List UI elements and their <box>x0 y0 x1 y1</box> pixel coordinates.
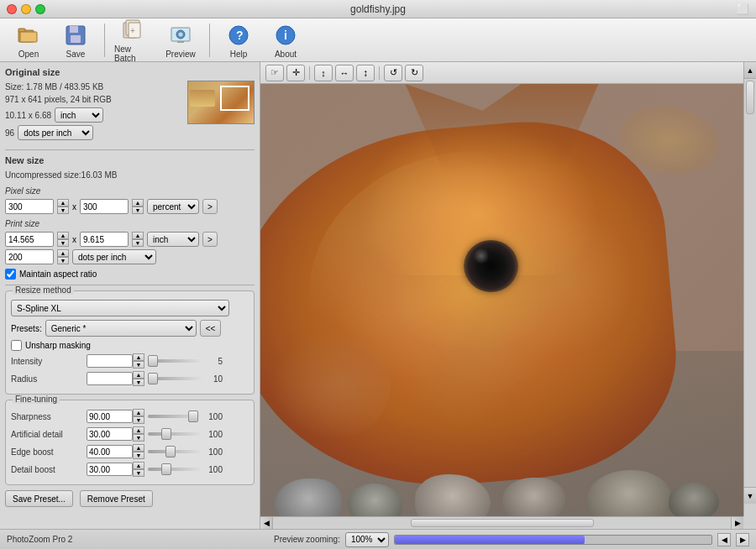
pixel-size-go-button[interactable]: > <box>202 199 218 214</box>
undo-button[interactable]: ↺ <box>384 65 402 81</box>
zoom-select[interactable]: 100% 50% 200% <box>345 532 389 547</box>
intensity-up[interactable]: ▲ <box>133 353 144 361</box>
edge-boost-stepper[interactable]: ▲ ▼ <box>133 444 144 459</box>
scroll-thumb-h[interactable] <box>411 519 594 527</box>
help-button[interactable]: ? Help <box>217 19 260 61</box>
save-preset-button[interactable]: Save Preset... <box>5 490 73 507</box>
intensity-down[interactable]: ▼ <box>133 361 144 369</box>
detail-boost-down[interactable]: ▼ <box>133 469 144 477</box>
artificial-detail-input[interactable]: 30.00 <box>87 427 133 441</box>
sharpness-down[interactable]: ▼ <box>133 416 144 424</box>
detail-boost-stepper[interactable]: ▲ ▼ <box>133 462 144 477</box>
print-width-input[interactable]: 14.565 <box>5 232 54 247</box>
intensity-slider[interactable] <box>148 359 202 363</box>
toolbar-separator-1 <box>104 24 105 57</box>
vertical-scrollbar[interactable]: ▲ ▼ <box>743 62 756 516</box>
artificial-detail-stepper[interactable]: ▲ ▼ <box>133 426 144 442</box>
artificial-detail-down[interactable]: ▼ <box>133 434 144 442</box>
presets-expand-button[interactable]: << <box>200 320 222 337</box>
artificial-detail-up[interactable]: ▲ <box>133 426 144 434</box>
preview-button[interactable]: Preview <box>159 19 202 61</box>
maintain-aspect-checkbox[interactable] <box>5 269 16 280</box>
scroll-right-button[interactable]: ▶ <box>731 517 743 529</box>
pixel-height-input[interactable]: 300 <box>80 199 129 214</box>
dpi-down[interactable]: ▼ <box>57 257 69 264</box>
rotate-ccw-button[interactable]: ↕ <box>314 65 333 81</box>
select-tool-button[interactable]: ☞ <box>265 65 284 81</box>
radius-up[interactable]: ▲ <box>133 371 144 379</box>
maximize-button[interactable] <box>35 4 45 14</box>
crosshair-tool-button[interactable]: ✛ <box>286 65 305 81</box>
sharpness-input[interactable]: 90.00 <box>87 410 133 423</box>
artificial-detail-slider[interactable] <box>148 432 202 436</box>
close-button[interactable] <box>7 4 17 14</box>
preview-icon <box>167 22 194 49</box>
dpi-stepper[interactable]: ▲ ▼ <box>57 249 69 264</box>
sharpness-stepper[interactable]: ▲ ▼ <box>133 409 144 424</box>
nav-next-button[interactable]: ▶ <box>736 533 749 546</box>
pixel-height-down[interactable]: ▼ <box>132 207 144 214</box>
detail-boost-input[interactable]: 30.00 <box>87 463 133 476</box>
unit-select-original[interactable]: inch cm mm <box>55 107 103 123</box>
scroll-down-button[interactable]: ▼ <box>744 487 756 504</box>
window-controls[interactable] <box>7 4 45 14</box>
print-size-go-button[interactable]: > <box>202 232 218 247</box>
pixel-unit-select[interactable]: percent pixels <box>147 199 199 214</box>
intensity-stepper[interactable]: ▲ ▼ <box>133 353 144 369</box>
print-height-down[interactable]: ▼ <box>132 239 144 247</box>
radius-down[interactable]: ▼ <box>133 379 144 386</box>
pixel-width-stepper[interactable]: ▲ ▼ <box>57 199 69 214</box>
sharpness-slider[interactable] <box>148 415 202 418</box>
dpi-input[interactable]: 200 <box>5 249 54 264</box>
app-name: PhotoZoom Pro 2 <box>7 535 267 544</box>
save-button[interactable]: Save <box>54 19 97 61</box>
unsharp-masking-checkbox[interactable] <box>11 340 22 351</box>
new-batch-button[interactable]: + New Batch <box>112 14 155 65</box>
detail-boost-up[interactable]: ▲ <box>133 462 144 469</box>
scroll-left-button[interactable]: ◀ <box>260 517 273 529</box>
dpi-unit-select-new[interactable]: dots per inch dots per cm <box>72 249 156 264</box>
pixel-height-stepper[interactable]: ▲ ▼ <box>132 199 144 214</box>
presets-select[interactable]: Generic * Photo Illustration <box>45 320 197 337</box>
scroll-thumb-v[interactable] <box>746 81 754 114</box>
dpi-unit-select[interactable]: dots per inch <box>18 125 93 140</box>
status-bar: PhotoZoom Pro 2 Preview zooming: 100% 50… <box>0 529 756 549</box>
radius-input[interactable] <box>87 372 133 385</box>
print-unit-select[interactable]: inch cm mm <box>147 232 199 247</box>
fish-display <box>260 84 743 529</box>
radius-label: Radius <box>11 374 87 384</box>
radius-stepper[interactable]: ▲ ▼ <box>133 371 144 386</box>
dpi-up[interactable]: ▲ <box>57 249 69 257</box>
print-width-stepper[interactable]: ▲ ▼ <box>57 232 69 247</box>
minimize-button[interactable] <box>21 4 31 14</box>
redo-button[interactable]: ↻ <box>405 65 423 81</box>
radius-slider[interactable] <box>148 377 202 380</box>
flip-v-button[interactable]: ↕ <box>356 65 375 81</box>
x-separator: x <box>72 202 76 212</box>
remove-preset-button[interactable]: Remove Preset <box>80 490 153 507</box>
pixel-height-up[interactable]: ▲ <box>132 199 144 207</box>
nav-prev-button[interactable]: ◀ <box>717 533 731 546</box>
print-height-up[interactable]: ▲ <box>132 232 144 239</box>
edge-boost-up[interactable]: ▲ <box>133 444 144 452</box>
flip-h-button[interactable]: ↔ <box>335 65 354 81</box>
edge-boost-slider[interactable] <box>148 450 202 453</box>
print-width-up[interactable]: ▲ <box>57 232 69 239</box>
about-button[interactable]: i About <box>264 19 307 61</box>
detail-boost-slider[interactable] <box>148 468 202 471</box>
intensity-input[interactable] <box>87 354 133 368</box>
resize-method-select[interactable]: S-Spline XL S-Spline Max Lanczos <box>11 300 229 316</box>
sharpness-up[interactable]: ▲ <box>133 409 144 416</box>
print-height-input[interactable]: 9.615 <box>80 232 129 247</box>
pixel-width-input[interactable]: 300 <box>5 199 54 214</box>
edge-boost-input[interactable]: 40.00 <box>87 445 133 458</box>
edge-boost-down[interactable]: ▼ <box>133 452 144 459</box>
scroll-up-button[interactable]: ▲ <box>744 62 756 79</box>
horizontal-scrollbar[interactable]: ◀ ▶ <box>260 516 743 529</box>
pixel-width-down[interactable]: ▼ <box>57 207 69 214</box>
print-width-down[interactable]: ▼ <box>57 239 69 247</box>
pixel-width-up[interactable]: ▲ <box>57 199 69 207</box>
status-right: Preview zooming: 100% 50% 200% ◀ ▶ <box>274 532 749 547</box>
open-button[interactable]: Open <box>7 19 50 61</box>
print-height-stepper[interactable]: ▲ ▼ <box>132 232 144 247</box>
